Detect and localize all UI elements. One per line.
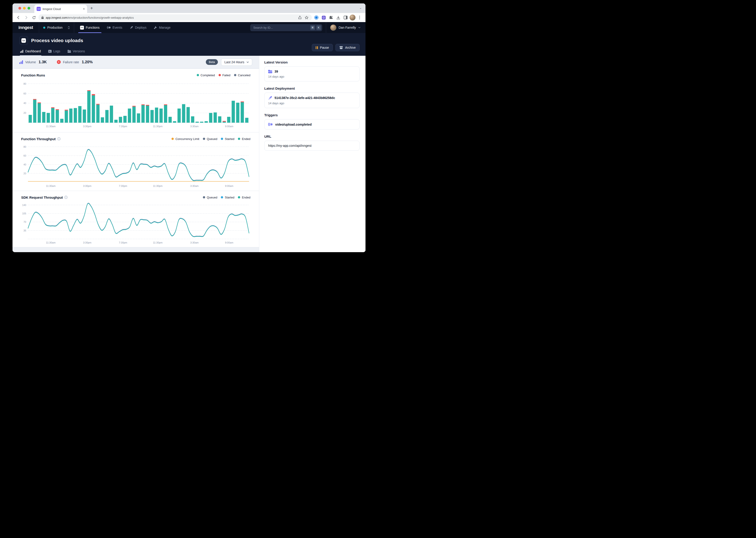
archive-icon: [339, 46, 343, 49]
tab-close-icon[interactable]: ×: [83, 7, 85, 11]
back-icon[interactable]: [15, 14, 22, 21]
share-icon[interactable]: [297, 14, 302, 21]
url-path: /env/production/functions/growth-webapp-…: [67, 16, 134, 19]
svg-text:9:00am: 9:00am: [225, 185, 233, 187]
events-icon: [107, 26, 111, 29]
environment-label: Production: [47, 26, 63, 29]
extension-cluster: [313, 14, 363, 21]
legend-dot-icon: [171, 138, 174, 140]
url-bar[interactable]: app.inngest.com/env/production/functions…: [38, 14, 312, 21]
folder-icon: [268, 70, 272, 73]
svg-text:7:30pm: 7:30pm: [119, 185, 127, 187]
function-throughput-legend: Concurrency LimitQueuedStartedEnded: [171, 137, 251, 141]
browser-profile-avatar[interactable]: [350, 15, 355, 21]
legend-item: Canceled: [234, 74, 251, 77]
legend-item: Concurrency Limit: [171, 137, 199, 141]
new-tab-button[interactable]: +: [90, 6, 93, 11]
nav-item-deploys[interactable]: Deploys: [126, 22, 150, 33]
legend-dot-icon: [197, 74, 199, 76]
page-header: <> Process video uploads Dashboard Logs: [13, 33, 365, 56]
function-runs-section: Function Runs CompletedFailedCanceled 20…: [13, 69, 259, 132]
latest-deployment-card[interactable]: 5141387e-35c2-4efe-a421-4843b86258dc 14 …: [264, 93, 359, 108]
svg-text:20: 20: [24, 172, 26, 175]
tab-logs[interactable]: Logs: [45, 47, 63, 56]
functions-icon: <>: [80, 26, 84, 29]
legend-dot-icon: [203, 196, 205, 198]
browser-tab[interactable]: Inngest Cloud ×: [34, 5, 87, 13]
browser-toolbar: app.inngest.com/env/production/functions…: [13, 13, 365, 22]
folder-icon: [68, 50, 71, 53]
purple-extension-icon[interactable]: [320, 14, 327, 21]
volume-icon: [19, 60, 23, 64]
url-card[interactable]: https://my-app.com/api/inngest: [264, 141, 359, 151]
minimize-window-button[interactable]: [23, 7, 26, 10]
latest-version-time: 14 days ago: [268, 75, 356, 78]
tab-versions[interactable]: Versions: [65, 47, 88, 56]
latest-version-card[interactable]: 39 14 days ago: [264, 67, 359, 81]
nav-divider: [74, 22, 74, 33]
forward-icon[interactable]: [23, 14, 29, 21]
function-runs-title: Function Runs: [21, 73, 45, 77]
tab-search-chevron-icon[interactable]: ⌄: [359, 6, 362, 10]
screenshot-stage: Inngest Cloud × + ⌄ app.inngest.com/env/…: [0, 0, 378, 269]
nav-item-events[interactable]: Events: [103, 22, 126, 33]
main-column: Volume 1.3K ✕ Failure rate 1.20% Beta La…: [13, 56, 259, 252]
failure-rate-stat: ✕ Failure rate 1.20%: [57, 60, 93, 64]
legend-item: Failed: [218, 74, 230, 77]
terminal-icon: [48, 50, 52, 53]
user-avatar: [330, 25, 336, 31]
search-bar[interactable]: ⌘ K: [250, 24, 322, 31]
svg-text:60: 60: [24, 154, 26, 157]
nav-item-functions[interactable]: <> Functions: [76, 22, 103, 33]
time-range-select[interactable]: Last 24 Hours: [221, 59, 252, 66]
svg-text:11:30pm: 11:30pm: [153, 125, 163, 128]
nav-item-manage[interactable]: Manage: [150, 22, 174, 33]
rocket-icon: [130, 26, 133, 29]
archive-button[interactable]: Archive: [336, 44, 359, 51]
traffic-lights[interactable]: [19, 7, 30, 10]
maximize-window-button[interactable]: [27, 7, 30, 10]
content-area: Volume 1.3K ✕ Failure rate 1.20% Beta La…: [13, 56, 365, 252]
reading-list-panel-icon[interactable]: [342, 14, 349, 21]
close-window-button[interactable]: [19, 7, 21, 10]
svg-text:11:30am: 11:30am: [46, 241, 56, 244]
reload-icon[interactable]: [31, 14, 37, 21]
legend-dot-icon: [234, 74, 236, 76]
bookmark-star-icon[interactable]: [304, 14, 309, 21]
wrench-icon: [154, 26, 157, 29]
environment-selector[interactable]: Production: [39, 22, 74, 33]
latest-deployment-heading: Latest Deployment: [264, 86, 359, 90]
info-icon[interactable]: [64, 196, 68, 199]
browser-menu-kebab-icon[interactable]: [356, 14, 363, 21]
inngest-logo[interactable]: inngest: [13, 22, 39, 33]
sdk-throughput-section: SDK Request Throughput QueuedStartedEnde…: [13, 191, 259, 247]
svg-text:9:00am: 9:00am: [225, 125, 233, 128]
pause-button[interactable]: Pause: [312, 44, 333, 51]
function-throughput-chart: 2040608011:30am3:30pm7:30pm11:30pm3:30am…: [21, 142, 251, 188]
svg-text:7:30pm: 7:30pm: [119, 241, 127, 244]
svg-text:60: 60: [24, 92, 26, 95]
app-top-nav: inngest Production <> Functions: [13, 22, 365, 33]
onepassword-extension-icon[interactable]: [313, 14, 319, 21]
page-tabs: Dashboard Logs Versions: [18, 47, 88, 56]
url-host: app.inngest.com: [46, 16, 67, 19]
extensions-puzzle-icon[interactable]: [328, 14, 334, 21]
search-input[interactable]: [253, 26, 309, 29]
environment-chevrons-icon: [68, 26, 70, 29]
trigger-card[interactable]: video/upload.completed: [264, 119, 359, 130]
tab-dashboard[interactable]: Dashboard: [18, 47, 44, 56]
details-sidebar: Latest Version 39 14 days ago Latest Dep…: [259, 56, 365, 252]
svg-text:105: 105: [22, 212, 26, 215]
dashboard-icon: [20, 50, 24, 53]
legend-dot-icon: [218, 74, 221, 76]
function-runs-legend: CompletedFailedCanceled: [197, 74, 251, 77]
volume-stat: Volume 1.3K: [19, 60, 47, 64]
svg-text:20: 20: [24, 112, 26, 114]
downloads-icon[interactable]: [335, 14, 341, 21]
svg-text:3:30am: 3:30am: [190, 125, 199, 128]
svg-text:11:30am: 11:30am: [46, 125, 56, 128]
user-menu[interactable]: Dan Farrelly: [326, 22, 365, 33]
legend-item: Ended: [238, 137, 251, 141]
info-icon[interactable]: [57, 137, 61, 140]
url-text: app.inngest.com/env/production/functions…: [46, 16, 296, 19]
